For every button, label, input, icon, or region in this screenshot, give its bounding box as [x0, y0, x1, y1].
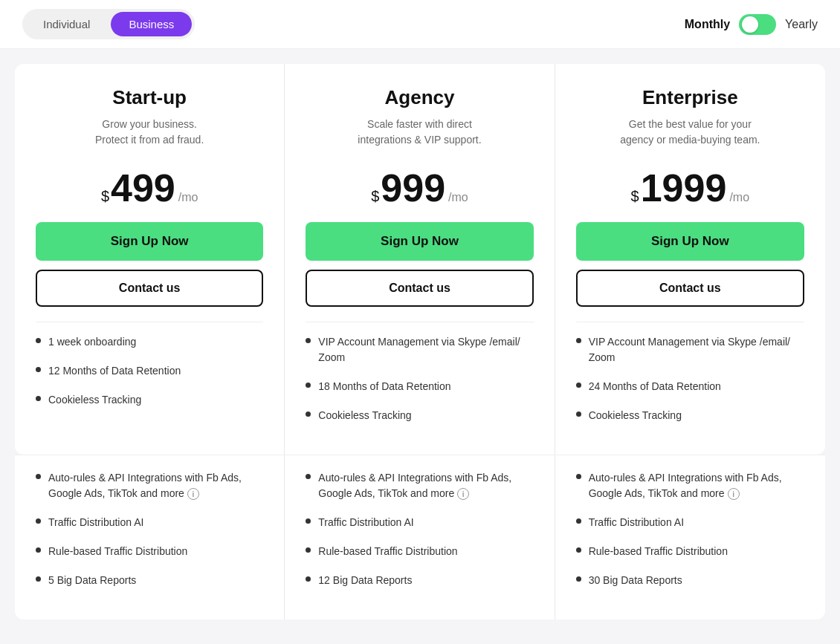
bullet-icon: [306, 383, 311, 388]
bullet-icon: [576, 474, 581, 479]
plan-card-startup: Start-up Grow your business.Protect it f…: [15, 64, 285, 455]
plan-name-enterprise: Enterprise: [576, 86, 804, 109]
bullet-icon: [306, 474, 311, 479]
bullet-icon: [576, 338, 581, 343]
bottom-feature-item: Rule-based Traffic Distribution: [576, 544, 804, 559]
toggle-knob: [742, 16, 758, 33]
plan-bottom-card-agency: Auto-rules & API Integrations with Fb Ad…: [285, 455, 555, 619]
feature-list-agency: VIP Account Management via Skype /email/…: [306, 334, 533, 423]
feature-item: 12 Months of Data Retention: [36, 363, 263, 379]
bottom-feature-item: 5 Big Data Reports: [36, 573, 263, 588]
plan-name-startup: Start-up: [36, 86, 263, 109]
business-tab[interactable]: Business: [111, 12, 192, 36]
feature-list-startup: 1 week onboarding 12 Months of Data Rete…: [36, 334, 263, 408]
bullet-icon: [36, 576, 41, 582]
plan-price-startup: $ 499 /mo: [36, 169, 263, 207]
feature-item: VIP Account Management via Skype /email/…: [576, 334, 804, 365]
plans-wrapper: Start-up Grow your business.Protect it f…: [0, 49, 840, 619]
bullet-icon: [36, 338, 41, 343]
bottom-feature-item: Auto-rules & API Integrations with Fb Ad…: [576, 470, 804, 501]
feature-item: 24 Months of Data Retention: [576, 379, 804, 394]
plan-price-agency: $ 999 /mo: [306, 169, 533, 207]
signup-button-startup[interactable]: Sign Up Now: [36, 222, 263, 261]
plan-card-enterprise: Enterprise Get the best value for yourag…: [555, 64, 825, 455]
bullet-icon: [306, 576, 311, 582]
bullet-icon: [36, 396, 41, 401]
bottom-feature-item: Auto-rules & API Integrations with Fb Ad…: [36, 470, 263, 501]
monthly-label: Monthly: [685, 18, 730, 31]
bottom-feature-item: Traffic Distribution AI: [576, 515, 804, 530]
plans-bottom: Auto-rules & API Integrations with Fb Ad…: [15, 455, 825, 619]
feature-item: 18 Months of Data Retention: [306, 379, 533, 394]
bottom-feature-item: 12 Big Data Reports: [306, 573, 533, 588]
feature-item: Cookieless Tracking: [36, 392, 263, 408]
plan-bottom-card-enterprise: Auto-rules & API Integrations with Fb Ad…: [555, 455, 825, 619]
info-icon: i: [187, 488, 199, 500]
plan-price-enterprise: $ 1999 /mo: [576, 169, 804, 207]
top-bar: Individual Business Monthly Yearly: [0, 0, 840, 49]
individual-tab[interactable]: Individual: [25, 12, 108, 36]
bottom-feature-item: Traffic Distribution AI: [36, 515, 263, 530]
bullet-icon: [576, 547, 581, 553]
plan-bottom-card-startup: Auto-rules & API Integrations with Fb Ad…: [15, 455, 285, 619]
yearly-label: Yearly: [785, 18, 818, 31]
feature-item: Cookieless Tracking: [306, 408, 533, 423]
signup-button-agency[interactable]: Sign Up Now: [306, 222, 533, 261]
billing-toggle-group: Monthly Yearly: [685, 14, 818, 35]
billing-toggle-switch[interactable]: [739, 14, 776, 35]
contact-button-agency[interactable]: Contact us: [306, 270, 533, 307]
bottom-feature-item: Traffic Distribution AI: [306, 515, 533, 530]
info-icon: i: [457, 488, 469, 500]
plan-name-agency: Agency: [306, 86, 533, 109]
bullet-icon: [36, 547, 41, 553]
bottom-feature-item: Auto-rules & API Integrations with Fb Ad…: [306, 470, 533, 501]
bullet-icon: [306, 547, 311, 553]
bullet-icon: [576, 412, 581, 417]
feature-item: 1 week onboarding: [36, 334, 263, 350]
feature-item: VIP Account Management via Skype /email/…: [306, 334, 533, 365]
info-icon: i: [728, 488, 740, 500]
bullet-icon: [36, 518, 41, 524]
bullet-icon: [36, 367, 41, 372]
bullet-icon: [306, 338, 311, 343]
plan-type-toggle: Individual Business: [22, 9, 195, 39]
bullet-icon: [306, 412, 311, 417]
bullet-icon: [576, 518, 581, 524]
plan-description-enterprise: Get the best value for youragency or med…: [576, 117, 804, 154]
plans-grid: Start-up Grow your business.Protect it f…: [15, 64, 825, 455]
bottom-feature-item: Rule-based Traffic Distribution: [36, 544, 263, 559]
contact-button-startup[interactable]: Contact us: [36, 270, 263, 307]
bottom-feature-item: 30 Big Data Reports: [576, 573, 804, 588]
plan-description-agency: Scale faster with directintegrations & V…: [306, 117, 533, 154]
bottom-feature-item: Rule-based Traffic Distribution: [306, 544, 533, 559]
plan-card-agency: Agency Scale faster with directintegrati…: [285, 64, 555, 455]
contact-button-enterprise[interactable]: Contact us: [576, 270, 804, 307]
feature-item: Cookieless Tracking: [576, 408, 804, 423]
signup-button-enterprise[interactable]: Sign Up Now: [576, 222, 804, 261]
bullet-icon: [576, 576, 581, 582]
bullet-icon: [576, 383, 581, 388]
bullet-icon: [36, 474, 41, 479]
bullet-icon: [306, 518, 311, 524]
plan-description-startup: Grow your business.Protect it from ad fr…: [36, 117, 263, 154]
feature-list-enterprise: VIP Account Management via Skype /email/…: [576, 334, 804, 423]
